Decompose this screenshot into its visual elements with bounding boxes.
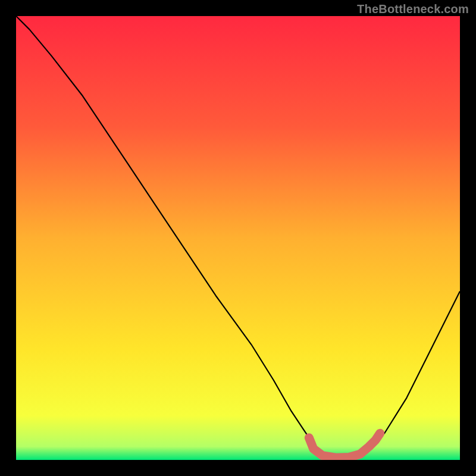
watermark-label: TheBottleneck.com (357, 2, 469, 16)
gradient-area (16, 16, 460, 460)
bottleneck-chart: TheBottleneck.com (0, 0, 476, 476)
chart-svg (16, 16, 460, 460)
